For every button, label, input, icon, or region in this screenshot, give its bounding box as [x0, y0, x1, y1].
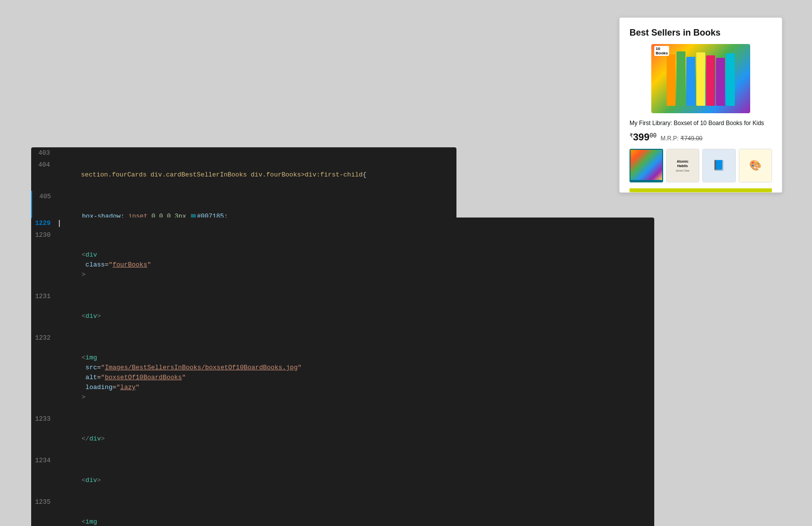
line-num-1231: 1231 — [31, 292, 56, 302]
card-book-title: My First Library: Boxset of 10 Board Boo… — [630, 119, 772, 128]
card-title: Best Sellers in Books — [630, 28, 772, 38]
html-line-1235: 1235 <img src="Images/BestSellersInBooks… — [31, 496, 654, 526]
img-src-1: Images/BestSellersInBooks/boxsetOf10Boar… — [105, 364, 298, 371]
book-card-preview: Best Sellers in Books 10Books My First L… — [619, 17, 782, 193]
css-line-403: 403 — [31, 147, 456, 159]
thumb-dont-believe-img: 📘 — [703, 149, 735, 182]
main-book-image: 10Books — [651, 44, 750, 113]
mrp-label: M.R.P: — [661, 135, 679, 142]
line-num-1234: 1234 — [31, 456, 56, 466]
html-line-1232: 1232 <img src="Images/BestSellersInBooks… — [31, 332, 654, 413]
tag-div-fourbooks: div — [86, 251, 97, 259]
html-line-1230: 1230 <div class="fourBooks" > — [31, 229, 654, 291]
line-content-1234: <div> — [56, 456, 126, 495]
book-spine-3 — [686, 57, 695, 106]
html-line-1229: 1229 — [31, 218, 654, 229]
thumbnail-4[interactable]: 🎨 — [739, 149, 772, 182]
selected-indicator — [631, 180, 662, 181]
line-content-1230: <div class="fourBooks" > — [56, 230, 151, 290]
thumbnail-3[interactable]: 📘 — [702, 149, 736, 182]
book-icon-3: 📘 — [713, 159, 725, 172]
card-bottom-bar — [630, 188, 772, 192]
book-count-label: 10Books — [654, 46, 669, 56]
line-content-404: section.fourCards div.cardBestSellerInBo… — [56, 160, 366, 190]
price-display: ₹39900 — [630, 132, 657, 143]
thumb-coloring-img: 🎨 — [739, 149, 772, 182]
mrp-value: ₹749.00 — [680, 135, 703, 142]
line-num-1230: 1230 — [31, 230, 56, 240]
book-icon-4: 🎨 — [749, 159, 762, 172]
thumb-atomic-img: AtomicHabits James Clear — [667, 149, 699, 182]
html-editor: 1229 1230 <div class="fourBooks" > 1231 … — [31, 218, 654, 526]
book-spine-7 — [726, 53, 735, 106]
line-num-404: 404 — [31, 160, 56, 170]
book-box-visual: 10Books — [651, 44, 750, 113]
line-content-1229 — [56, 219, 60, 228]
atomic-habits-author: James Clear — [676, 169, 689, 172]
line-num-1229: 1229 — [31, 219, 56, 228]
line-content-1231: <div> — [56, 292, 126, 331]
img-loading-1: lazy — [120, 384, 135, 391]
line-num-403: 403 — [31, 148, 56, 158]
img-alt-1: boxsetOf10BoardBooks — [105, 374, 182, 381]
line-content-1233: </div> — [56, 414, 126, 454]
book-spine-4 — [696, 52, 705, 106]
thumbnail-2[interactable]: AtomicHabits James Clear — [666, 149, 700, 182]
html-line-1234: 1234 <div> — [31, 455, 654, 496]
book-spine-5 — [706, 55, 715, 106]
html-cursor — [59, 220, 60, 227]
price-main: 399 — [633, 132, 649, 142]
price-section: ₹39900 M.R.P: ₹749.00 — [630, 132, 772, 143]
price-symbol: ₹ — [630, 132, 633, 138]
html-line-1233: 1233 </div> — [31, 413, 654, 455]
thumbnails-row: AtomicHabits James Clear 📘 🎨 — [630, 149, 772, 182]
price-sup: 00 — [649, 132, 656, 139]
line-num-1233: 1233 — [31, 414, 56, 424]
books-stack — [667, 51, 735, 106]
thumb-colorful-img — [631, 150, 662, 181]
atomic-habits-label: AtomicHabits — [677, 159, 688, 168]
line-content-1232: <img src="Images/BestSellersInBooks/boxs… — [56, 333, 302, 412]
line-content-403 — [56, 148, 62, 158]
line-num-405: 405 — [32, 192, 57, 202]
book-spine-2 — [677, 51, 685, 106]
line-content-1235: <img src="Images/BestSellersInBooks/book… — [56, 497, 286, 526]
line-num-1232: 1232 — [31, 333, 56, 343]
price-mrp: M.R.P: ₹749.00 — [661, 135, 703, 142]
thumbnail-1[interactable] — [630, 149, 663, 182]
css-line-404: 404 section.fourCards div.cardBestSeller… — [31, 159, 456, 191]
css-open-brace: { — [362, 171, 366, 178]
attr-fourbooks-value: fourBooks — [112, 261, 147, 268]
book-spine-1 — [667, 54, 676, 106]
book-spine-6 — [716, 58, 725, 106]
html-line-1231: 1231 <div> — [31, 291, 654, 332]
css-selector-text: section.fourCards div.cardBestSellerInBo… — [81, 171, 363, 178]
line-num-1235: 1235 — [31, 497, 56, 507]
